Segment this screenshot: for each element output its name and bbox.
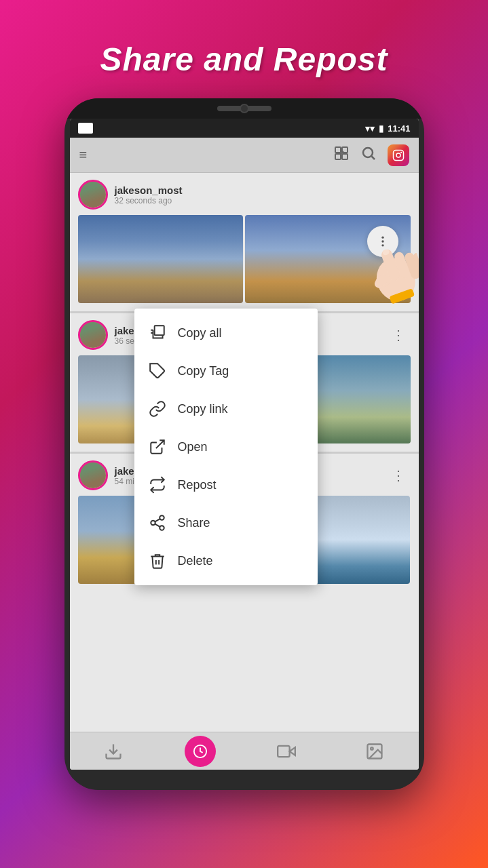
app-toolbar: ≡ — [70, 138, 419, 173]
menu-label-repost: Repost — [178, 478, 217, 492]
select-all-toolbar-icon[interactable] — [333, 145, 350, 165]
delete-icon — [148, 551, 167, 570]
post-username: jakeson_most — [115, 184, 183, 196]
menu-label-delete: Delete — [178, 554, 213, 568]
bottom-nav — [70, 732, 419, 770]
menu-label-copy-tag: Copy Tag — [178, 364, 229, 378]
battery-icon: ▮ — [379, 123, 383, 134]
camera — [240, 104, 249, 113]
menu-label-copy-all: Copy all — [178, 326, 222, 340]
avatar — [78, 460, 108, 490]
menu-item-repost[interactable]: Repost — [134, 466, 318, 504]
post-user: jakeson_most 32 seconds ago — [78, 180, 183, 210]
link-icon — [148, 399, 167, 418]
post-time: 32 seconds ago — [115, 196, 183, 205]
post-item: jakeson_most 32 seconds ago — [70, 173, 419, 309]
menu-item-share[interactable]: Share — [134, 504, 318, 542]
svg-rect-6 — [393, 150, 403, 160]
svg-rect-0 — [335, 147, 341, 153]
notification-icon — [78, 123, 93, 134]
page-title: Share and Repost — [100, 41, 388, 78]
svg-rect-3 — [342, 154, 348, 159]
nav-video-button[interactable] — [269, 734, 303, 768]
phone-screen: ▾▾ ▮ 11:41 ≡ — [70, 119, 419, 770]
svg-rect-9 — [154, 326, 164, 335]
menu-item-copy-tag[interactable]: Copy Tag — [134, 352, 318, 390]
svg-rect-2 — [335, 154, 341, 159]
nav-gallery-button[interactable] — [358, 734, 392, 768]
nav-download-button[interactable] — [96, 734, 130, 768]
search-toolbar-icon[interactable] — [360, 145, 377, 165]
copy-all-icon — [148, 323, 167, 342]
repost-icon — [148, 475, 167, 494]
menu-item-open[interactable]: Open — [134, 428, 318, 466]
tag-icon — [148, 361, 167, 380]
svg-point-4 — [363, 148, 373, 157]
hamburger-menu-icon[interactable]: ≡ — [79, 147, 88, 163]
svg-line-11 — [155, 440, 164, 448]
post-more-button[interactable]: ⋮ — [386, 324, 411, 346]
nav-recent-button[interactable] — [185, 736, 216, 767]
svg-point-12 — [159, 515, 164, 520]
avatar — [78, 320, 108, 350]
menu-label-open: Open — [178, 440, 208, 454]
svg-point-34 — [371, 747, 373, 750]
status-time: 11:41 — [388, 123, 410, 134]
menu-item-copy-all[interactable]: Copy all — [134, 314, 318, 352]
svg-line-16 — [155, 519, 159, 521]
svg-point-8 — [400, 151, 402, 153]
svg-point-14 — [159, 526, 164, 530]
status-bar: ▾▾ ▮ 11:41 — [70, 119, 419, 138]
menu-item-delete[interactable]: Delete — [134, 542, 318, 580]
instagram-icon-btn[interactable] — [388, 144, 409, 166]
phone-frame: ▾▾ ▮ 11:41 ≡ — [64, 98, 424, 790]
menu-item-copy-link[interactable]: Copy link — [134, 390, 318, 428]
svg-line-5 — [371, 156, 375, 159]
wifi-icon: ▾▾ — [365, 123, 375, 134]
post-more-button[interactable]: ⋮ — [386, 465, 411, 486]
menu-label-share: Share — [178, 516, 210, 530]
open-icon — [148, 437, 167, 456]
menu-label-copy-link: Copy link — [178, 402, 228, 416]
avatar — [78, 180, 108, 210]
context-menu: Copy all Copy Tag — [134, 309, 318, 585]
post-image — [78, 215, 244, 303]
svg-point-13 — [151, 521, 155, 526]
svg-marker-31 — [290, 747, 295, 755]
svg-point-7 — [396, 153, 400, 157]
share-icon — [148, 513, 167, 532]
svg-rect-32 — [278, 745, 290, 756]
svg-line-15 — [155, 524, 159, 527]
